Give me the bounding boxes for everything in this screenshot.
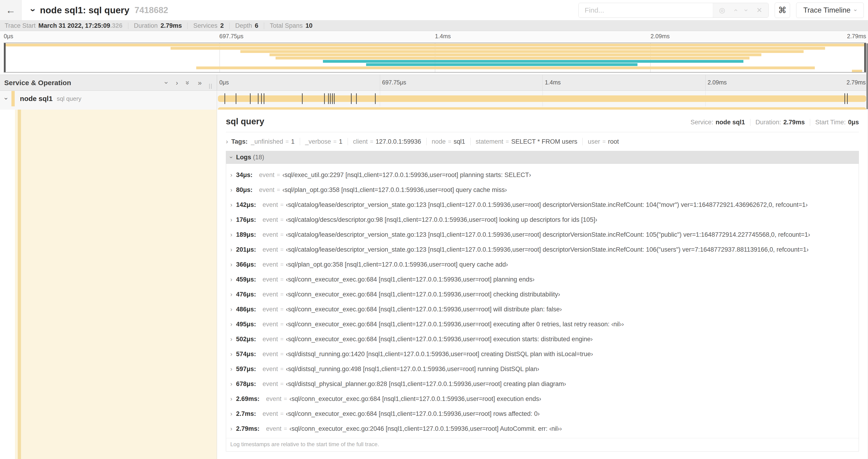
find-group: ◎ › › ✕: [579, 3, 769, 18]
log-rows: ›34μs:event=‹sql/exec_util.go:2297 [nsql…: [226, 164, 859, 438]
span-row-timeline[interactable]: [217, 91, 868, 106]
span-row-node-sql1[interactable]: › node sql1 sql query: [0, 91, 868, 106]
log-row[interactable]: ›34μs:event=‹sql/exec_util.go:2297 [nsql…: [226, 167, 859, 183]
find-prev-icon[interactable]: ›: [731, 9, 739, 11]
chevron-right-icon: ›: [230, 246, 232, 253]
double-chevron-right-icon[interactable]: »: [198, 79, 202, 87]
log-row[interactable]: ›597μs:event=‹sql/distsql_running.go:498…: [226, 362, 859, 376]
log-event-marker[interactable]: [351, 93, 352, 104]
log-row[interactable]: ›176μs:event=‹sql/catalog/descs/descript…: [226, 212, 859, 227]
keyboard-shortcuts-button[interactable]: ⌘: [775, 3, 790, 18]
log-row[interactable]: ›201μs:event=‹sql/catalog/lease/descript…: [226, 242, 859, 257]
log-equals: =: [280, 381, 283, 387]
log-equals: =: [280, 351, 283, 357]
view-selector-button[interactable]: Trace Timeline ›: [796, 3, 864, 18]
log-row[interactable]: ›495μs:event=‹sql/conn_executor_exec.go:…: [226, 317, 859, 332]
timeline-tick-label: 0μs: [217, 79, 229, 86]
find-clear-icon[interactable]: ✕: [756, 6, 762, 14]
info-value: 10: [305, 22, 312, 29]
log-row[interactable]: ›366μs:event=‹sql/plan_opt.go:358 [nsql1…: [226, 257, 859, 272]
log-event-marker[interactable]: [844, 93, 845, 104]
chevron-right-icon: ›: [230, 351, 232, 358]
log-row[interactable]: ›476μs:event=‹sql/conn_executor_exec.go:…: [226, 287, 859, 302]
logs-header[interactable]: › Logs (18): [226, 151, 859, 164]
chevron-right-icon: ›: [230, 261, 232, 268]
partial-span-bar: [218, 107, 866, 110]
span-detail-header[interactable]: sql query Service:node sql1Duration:2.79…: [226, 117, 859, 126]
log-equals: =: [280, 411, 283, 417]
title-wrap: › node sql1: sql query 7418682: [32, 5, 168, 15]
column-resizer[interactable]: ||: [209, 83, 213, 91]
log-event-marker[interactable]: [324, 93, 325, 104]
log-equals: =: [277, 187, 280, 193]
minimap-right-handle[interactable]: [864, 43, 866, 72]
find-input[interactable]: [579, 3, 713, 18]
log-row[interactable]: ›502μs:event=‹sql/conn_executor_exec.go:…: [226, 332, 859, 347]
minimap-tick-label: 2.09ms: [651, 33, 670, 40]
log-row[interactable]: ›459μs:event=‹sql/conn_executor_exec.go:…: [226, 272, 859, 287]
tag-equals: =: [370, 138, 373, 145]
log-event-marker[interactable]: [302, 93, 303, 104]
find-next-icon[interactable]: ›: [742, 9, 750, 11]
minimap-row: [4, 70, 866, 72]
span-duration-bar[interactable]: [218, 95, 866, 102]
log-event-marker[interactable]: [261, 93, 262, 104]
log-field-value: ‹sql/distsql_running.go:498 [nsql1,clien…: [286, 365, 539, 373]
log-field-value: ‹sql/conn_executor_exec.go:684 [nsql1,cl…: [286, 410, 540, 418]
log-row[interactable]: ›678μs:event=‹sql/distsql_physical_plann…: [226, 376, 859, 391]
log-event-marker[interactable]: [250, 93, 251, 104]
log-field-key: event: [262, 365, 278, 373]
log-timestamp: 366μs:: [236, 261, 256, 268]
log-event-marker[interactable]: [328, 93, 329, 104]
minimap-row: [4, 66, 866, 69]
info-label: Depth: [235, 22, 252, 29]
log-event-marker[interactable]: [332, 93, 333, 104]
tag-value: 127.0.0.1:59936: [376, 138, 421, 145]
title-collapse-icon[interactable]: ›: [28, 9, 38, 12]
minimap-span-bar: [323, 60, 743, 63]
chevron-right-icon: ›: [230, 425, 232, 432]
log-event-marker[interactable]: [236, 93, 236, 104]
log-event-marker[interactable]: [375, 93, 376, 104]
span-collapse-icon[interactable]: ›: [3, 97, 10, 100]
log-event-marker[interactable]: [334, 93, 335, 104]
chevron-down-icon: ›: [852, 9, 859, 11]
log-event-marker[interactable]: [330, 93, 331, 104]
minimap-row: [4, 60, 866, 63]
locate-icon[interactable]: ◎: [719, 6, 725, 14]
detail-meta-value: 2.79ms: [783, 119, 805, 126]
log-event-marker[interactable]: [847, 93, 848, 104]
log-event-marker[interactable]: [258, 93, 258, 104]
log-field-value: ‹sql/conn_executor_exec.go:684 [nsql1,cl…: [286, 306, 562, 313]
tags-row[interactable]: ›Tags:_unfinished=1_verbose=1client=127.…: [226, 138, 859, 145]
log-row[interactable]: ›486μs:event=‹sql/conn_executor_exec.go:…: [226, 302, 859, 317]
log-event-marker[interactable]: [356, 93, 357, 104]
info-value: 6: [255, 22, 258, 29]
command-icon: ⌘: [778, 5, 786, 15]
log-row[interactable]: ›2.79ms:event=‹sql/conn_executor_exec.go…: [226, 421, 859, 436]
span-service-name: node sql1: [20, 95, 53, 103]
info-label: Trace Start: [5, 22, 36, 29]
chevron-down-icon[interactable]: ›: [163, 81, 170, 84]
minimap-canvas[interactable]: [4, 43, 866, 72]
log-equals: =: [280, 321, 283, 327]
log-row[interactable]: ›2.69ms:event=‹sql/conn_executor_exec.go…: [226, 391, 859, 406]
chevron-right-icon[interactable]: ›: [176, 79, 178, 87]
back-button[interactable]: ←: [0, 0, 22, 20]
log-event-marker[interactable]: [264, 93, 265, 104]
minimap-left-handle[interactable]: [4, 43, 6, 72]
log-row[interactable]: ›189μs:event=‹sql/catalog/lease/descript…: [226, 227, 859, 242]
chevron-right-icon: ›: [230, 395, 232, 402]
log-row[interactable]: ›80μs:event=‹sql/plan_opt.go:358 [nsql1,…: [226, 183, 859, 197]
log-event-marker[interactable]: [224, 93, 225, 104]
scrollbar[interactable]: [866, 43, 868, 109]
detail-section: sql query Service:node sql1Duration:2.79…: [0, 110, 868, 459]
timeline-ticks: 0μs697.75μs1.4ms2.09ms2.79ms: [217, 75, 868, 91]
separator: [300, 138, 300, 145]
log-row[interactable]: ›574μs:event=‹sql/distsql_running.go:142…: [226, 347, 859, 362]
log-field-key: event: [262, 201, 278, 208]
log-row[interactable]: ›2.7ms:event=‹sql/conn_executor_exec.go:…: [226, 406, 859, 421]
span-detail-card: sql query Service:node sql1Duration:2.79…: [217, 110, 868, 459]
double-chevron-down-icon[interactable]: »: [184, 81, 192, 85]
log-row[interactable]: ›142μs:event=‹sql/catalog/lease/descript…: [226, 197, 859, 212]
